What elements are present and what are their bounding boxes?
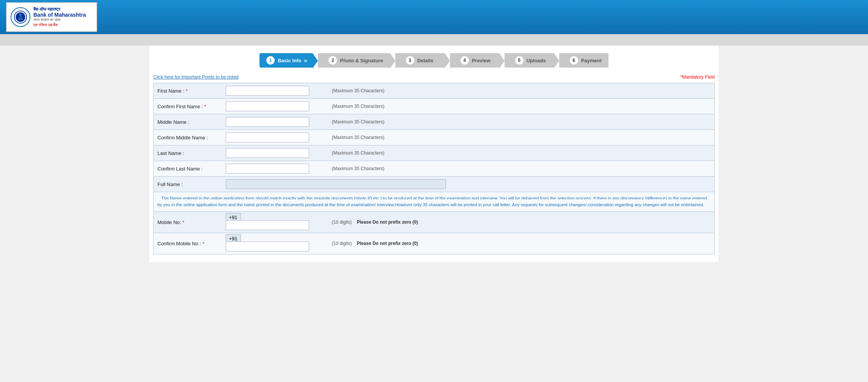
svg-text:बैंक: बैंक <box>19 14 22 16</box>
step-num-1: 1 <box>266 56 275 65</box>
important-note-link[interactable]: Click here for Important Points to be no… <box>153 74 239 80</box>
required-star: * <box>182 219 184 225</box>
mandatory-field-note: *Mandatory Field <box>680 74 715 80</box>
required-star: * <box>202 241 204 246</box>
middle-name-hint: (Maximum 35 Characters) <box>328 114 715 130</box>
confirm-first-name-row: Confirm First Name : * (Maximum 35 Chara… <box>154 99 715 114</box>
step-label-5: Uploads <box>527 58 546 63</box>
middle-name-input[interactable] <box>226 117 309 127</box>
first-name-row: First Name : * (Maximum 35 Characters) <box>154 83 715 99</box>
step-uploads[interactable]: 5 Uploads <box>505 53 554 68</box>
step-arrow-1: » <box>303 57 306 65</box>
name-note-text: The Name entered in the online applicati… <box>157 193 708 210</box>
last-name-input[interactable] <box>226 148 309 158</box>
middle-name-input-cell <box>222 114 328 130</box>
notes-row: Click here for Important Points to be no… <box>153 74 715 81</box>
middle-name-row: Middle Name : (Maximum 35 Characters) <box>154 114 715 130</box>
page-header: बैंक ऑफ महाराष्ट्र बैंक ऑफ महाराष्ट्र Ba… <box>0 0 868 34</box>
step-num-5: 5 <box>515 56 524 65</box>
confirm-middle-name-row: Confirm Middle Name : (Maximum 35 Charac… <box>154 130 715 145</box>
step-label-3: Details <box>417 58 434 63</box>
full-name-input[interactable] <box>226 179 446 189</box>
step-num-4: 4 <box>461 56 469 65</box>
confirm-mobile-row: Confirm Mobile No : * +91 (10 digits) Pl… <box>154 233 715 254</box>
confirm-first-name-hint: (Maximum 35 Characters) <box>328 99 715 114</box>
confirm-mobile-label: Confirm Mobile No : * <box>154 233 222 254</box>
mobile-warning: Please Do not prefix zero (0) <box>357 219 418 225</box>
first-name-hint: (Maximum 35 Characters) <box>328 83 715 99</box>
mobile-row: Mobile No: * +91 (10 digits) Please Do n… <box>154 212 715 233</box>
confirm-first-name-input[interactable] <box>226 101 309 111</box>
confirm-last-name-label: Confirm Last Name : <box>154 161 222 177</box>
last-name-row: Last Name : (Maximum 35 Characters) <box>154 145 715 161</box>
svg-text:महाराष्ट्र: महाराष्ट्र <box>18 19 23 20</box>
confirm-last-name-input-cell <box>222 161 328 177</box>
mobile-hint-cell: (10 digits) Please Do not prefix zero (0… <box>328 212 715 233</box>
bank-text: बैंक ऑफ महाराष्ट्र Bank of Maharashtra भ… <box>33 7 86 27</box>
confirm-middle-name-label: Confirm Middle Name : <box>154 130 222 145</box>
step-label-6: Payment <box>581 58 602 63</box>
form-table: First Name : * (Maximum 35 Characters) C… <box>153 83 715 254</box>
full-name-row: Full Name : <box>154 177 715 192</box>
confirm-last-name-row: Confirm Last Name : (Maximum 35 Characte… <box>154 161 715 177</box>
bank-logo-circle: बैंक ऑफ महाराष्ट्र <box>11 7 30 27</box>
name-note-row: The Name entered in the online applicati… <box>154 192 715 212</box>
first-name-label: First Name : * <box>154 83 222 99</box>
step-payment[interactable]: 6 Payment <box>559 53 609 68</box>
confirm-first-name-input-cell <box>222 99 328 114</box>
nav-strip <box>0 34 868 46</box>
mobile-label: Mobile No: * <box>154 212 222 233</box>
bank-logo: बैंक ऑफ महाराष्ट्र बैंक ऑफ महाराष्ट्र Ba… <box>6 2 97 32</box>
step-num-6: 6 <box>570 56 578 65</box>
confirm-middle-name-input[interactable] <box>226 133 309 142</box>
last-name-hint: (Maximum 35 Characters) <box>328 145 715 161</box>
step-details[interactable]: 3 Details <box>395 53 445 68</box>
step-label-2: Photo & Signature <box>340 58 383 63</box>
last-name-input-cell <box>222 145 328 161</box>
svg-text:ऑफ: ऑफ <box>19 16 22 18</box>
middle-name-label: Middle Name : <box>154 114 222 130</box>
step-num-2: 2 <box>329 56 337 65</box>
main-content: 1 Basic Info » 2 Photo & Signature 3 Det… <box>149 46 719 262</box>
first-name-input[interactable] <box>226 86 309 96</box>
progress-stepper: 1 Basic Info » 2 Photo & Signature 3 Det… <box>153 53 715 68</box>
confirm-mobile-input[interactable] <box>226 242 309 251</box>
confirm-mobile-hint: (10 digits) <box>332 241 352 246</box>
step-photo-signature[interactable]: 2 Photo & Signature <box>318 53 390 68</box>
confirm-middle-name-hint: (Maximum 35 Characters) <box>328 130 715 145</box>
last-name-label: Last Name : <box>154 145 222 161</box>
full-name-label: Full Name : <box>154 177 222 192</box>
step-basic-info[interactable]: 1 Basic Info » <box>259 53 313 68</box>
confirm-last-name-input[interactable] <box>226 164 309 174</box>
first-name-input-cell <box>222 83 328 99</box>
mobile-input[interactable] <box>226 220 309 230</box>
confirm-mobile-warning: Please Do not prefix zero (0) <box>357 241 418 246</box>
required-star: * <box>204 104 206 109</box>
confirm-first-name-label: Confirm First Name : * <box>154 99 222 114</box>
step-preview[interactable]: 4 Preview <box>450 53 499 68</box>
mobile-input-cell: +91 <box>222 212 328 233</box>
step-label-4: Preview <box>472 58 491 63</box>
mobile-hint: (10 digits) <box>332 219 352 225</box>
confirm-middle-name-input-cell <box>222 130 328 145</box>
confirm-mobile-input-cell: +91 <box>222 233 328 254</box>
required-star: * <box>186 88 187 94</box>
step-num-3: 3 <box>406 56 414 65</box>
step-label-1: Basic Info <box>278 58 301 63</box>
full-name-input-cell <box>222 177 715 192</box>
confirm-mobile-hint-cell: (10 digits) Please Do not prefix zero (0… <box>328 233 715 254</box>
confirm-last-name-hint: (Maximum 35 Characters) <box>328 161 715 177</box>
